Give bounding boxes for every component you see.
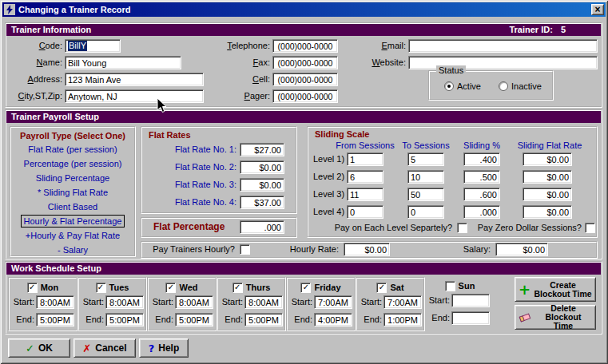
- flat-rate-2-input[interactable]: [240, 160, 284, 174]
- dialog-window: Changing a Trainer Record × Trainer Info…: [0, 0, 608, 364]
- status-inactive-text: Inactive: [511, 81, 542, 91]
- flat-rate-4-input[interactable]: [240, 196, 284, 209]
- mon-start-input[interactable]: [36, 295, 74, 309]
- cancel-button[interactable]: ✗ Cancel: [74, 338, 136, 358]
- friday-end-input[interactable]: [314, 313, 352, 326]
- wed-start-label: Start:: [149, 295, 173, 309]
- wed-checkbox[interactable]: ✓: [165, 283, 176, 293]
- fax-label: Fax:: [209, 56, 270, 69]
- level-4-rate-input[interactable]: [523, 205, 572, 219]
- flat-percentage-input[interactable]: [240, 220, 284, 234]
- status-label: Status: [436, 65, 466, 76]
- level-1-pct-input[interactable]: [463, 152, 500, 166]
- level-1-label: Level 1): [313, 152, 344, 166]
- col-sliding-flat-rate: Sliding Flat Rate: [508, 140, 591, 151]
- fax-input[interactable]: [272, 56, 338, 69]
- salary-label: Salary:: [446, 243, 491, 256]
- tues-checkbox[interactable]: ✓: [96, 283, 106, 293]
- payroll-type-salary[interactable]: - Salary: [11, 243, 134, 257]
- sun-checkbox[interactable]: [445, 281, 455, 291]
- level-3-pct-input[interactable]: [463, 188, 500, 201]
- flat-rates-panel: Flat Rates Flat Rate No. 1: Flat Rate No…: [141, 126, 297, 214]
- level-4-from-input[interactable]: [347, 205, 383, 219]
- level-3-to-input[interactable]: [407, 188, 444, 201]
- pager-label: Pager:: [209, 89, 270, 103]
- payroll-type-panel-title: Payroll Type (Select One): [11, 129, 134, 142]
- day-block-tues: ✓Tues Start: End:: [77, 277, 147, 331]
- email-input[interactable]: [408, 39, 598, 53]
- level-2-pct-input[interactable]: [463, 170, 500, 184]
- payroll-type-flat-rate[interactable]: Flat Rate (per session): [11, 142, 134, 156]
- name-input[interactable]: [65, 56, 181, 69]
- ok-button[interactable]: ✓ OK: [8, 338, 70, 358]
- sat-end-input[interactable]: [383, 313, 422, 326]
- level-1-from-input[interactable]: [347, 152, 383, 166]
- tues-end-label: End:: [80, 313, 104, 326]
- citystzip-input[interactable]: [65, 89, 204, 103]
- wed-end-label: End:: [149, 313, 173, 326]
- telephone-input[interactable]: [272, 39, 338, 53]
- help-button[interactable]: ? Help: [139, 338, 189, 358]
- hourly-rate-label: Hourly Rate:: [283, 243, 339, 256]
- flat-rate-3-input[interactable]: [240, 178, 284, 192]
- cell-input[interactable]: [272, 73, 338, 86]
- pager-input[interactable]: [272, 89, 338, 103]
- level-4-label: Level 4): [313, 205, 344, 219]
- level-4-pct-input[interactable]: [463, 205, 500, 219]
- sun-start-input[interactable]: [451, 294, 490, 307]
- telephone-label: Telephone:: [209, 39, 270, 53]
- delete-blockout-button[interactable]: DeleteBlockout Time: [515, 305, 596, 330]
- level-2-from-input[interactable]: [347, 170, 383, 184]
- friday-label: Friday: [314, 283, 340, 292]
- friday-start-input[interactable]: [314, 295, 352, 309]
- level-3-rate-input[interactable]: [523, 188, 572, 201]
- level-1-to-input[interactable]: [407, 152, 444, 166]
- sun-end-input[interactable]: [451, 311, 490, 325]
- pay-each-level-checkbox[interactable]: [457, 223, 467, 233]
- payroll-type-sliding-percentage[interactable]: Sliding Percentage: [11, 171, 134, 185]
- payroll-type-percentage[interactable]: Percentage (per session): [11, 156, 134, 171]
- sun-start-label: Start:: [426, 294, 450, 307]
- sun-label: Sun: [459, 281, 475, 291]
- create-blockout-button[interactable]: + CreateBlockout Time: [515, 277, 596, 302]
- payroll-title: Trainer Payroll Setup: [11, 111, 99, 123]
- hourly-strip: Pay Trainers Hourly? Hourly Rate: Salary…: [141, 241, 598, 259]
- address-input[interactable]: [65, 73, 204, 86]
- thurs-end-input[interactable]: [244, 313, 283, 326]
- payroll-type-hourly-flat-percentage[interactable]: Hourly & Flat Percentage: [11, 214, 134, 228]
- tues-end-input[interactable]: [105, 313, 144, 326]
- wed-end-input[interactable]: [175, 313, 213, 326]
- sun-end-label: End:: [426, 311, 450, 325]
- thurs-start-input[interactable]: [244, 295, 283, 309]
- payroll-type-hourly-pay-flat-rate[interactable]: +Hourly & Pay Flat Rate: [11, 228, 134, 243]
- close-button[interactable]: ×: [591, 4, 604, 15]
- flat-rate-1-input[interactable]: [240, 143, 284, 156]
- wed-start-input[interactable]: [175, 295, 213, 309]
- level-1-rate-input[interactable]: [523, 152, 572, 166]
- payroll-type-panel: Payroll Type (Select One) Flat Rate (per…: [10, 126, 136, 257]
- pay-trainers-hourly-checkbox[interactable]: [240, 244, 250, 255]
- sat-start-input[interactable]: [383, 295, 422, 309]
- level-3-from-input[interactable]: [347, 188, 383, 201]
- code-label: Code:: [6, 39, 62, 53]
- flat-rates-title: Flat Rates: [149, 130, 191, 140]
- sat-checkbox[interactable]: ✓: [376, 283, 387, 293]
- hourly-rate-input[interactable]: [344, 243, 390, 256]
- mon-end-input[interactable]: [36, 313, 74, 326]
- payroll-type-sliding-flat-rate[interactable]: * Sliding Flat Rate: [11, 185, 134, 200]
- payroll-type-client-based[interactable]: Client Based: [11, 200, 134, 214]
- pay-zero-dollar-checkbox[interactable]: [585, 223, 595, 233]
- code-input[interactable]: BillY: [65, 39, 121, 53]
- level-2-rate-input[interactable]: [523, 170, 572, 184]
- mon-checkbox[interactable]: ✓: [27, 283, 38, 293]
- status-active-option[interactable]: Active: [444, 81, 481, 91]
- friday-checkbox[interactable]: ✓: [300, 283, 311, 293]
- level-4-to-input[interactable]: [407, 205, 444, 219]
- level-2-to-input[interactable]: [407, 170, 444, 184]
- thurs-start-label: Start:: [219, 295, 243, 309]
- sat-label: Sat: [390, 283, 403, 292]
- thurs-checkbox[interactable]: ✓: [232, 283, 243, 293]
- status-inactive-option[interactable]: Inactive: [499, 81, 542, 91]
- salary-input[interactable]: [495, 243, 548, 256]
- tues-start-input[interactable]: [105, 295, 144, 309]
